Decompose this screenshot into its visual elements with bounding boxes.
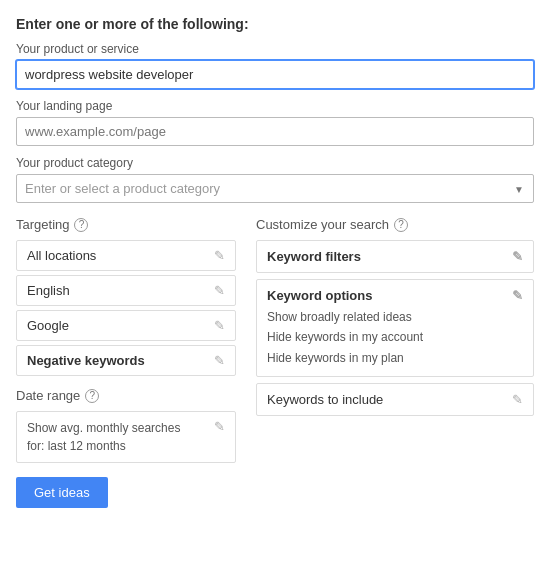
locations-edit-icon[interactable]: ✎ [214, 248, 225, 263]
product-service-input[interactable] [16, 60, 534, 89]
product-service-label: Your product or service [16, 42, 534, 56]
keywords-include-box: Keywords to include ✎ [256, 383, 534, 416]
targeting-option-language[interactable]: English ✎ [16, 275, 236, 306]
keyword-options-edit-icon[interactable]: ✎ [512, 288, 523, 303]
keyword-option-1: Show broadly related ideas [267, 307, 523, 327]
language-edit-icon[interactable]: ✎ [214, 283, 225, 298]
keywords-include-label: Keywords to include [267, 392, 383, 407]
targeting-section: Targeting ? All locations ✎ English ✎ Go… [16, 217, 236, 463]
product-category-field: Your product category Enter or select a … [16, 156, 534, 203]
customize-section: Customize your search ? Keyword filters … [256, 217, 534, 463]
landing-page-label: Your landing page [16, 99, 534, 113]
landing-page-field: Your landing page [16, 99, 534, 146]
keyword-options-box: Keyword options ✎ Show broadly related i… [256, 279, 534, 377]
product-category-label: Your product category [16, 156, 534, 170]
date-range-text: Show avg. monthly searches for: last 12 … [27, 419, 180, 455]
date-range-header: Date range [16, 388, 80, 403]
negative-keywords-edit-icon[interactable]: ✎ [214, 353, 225, 368]
landing-page-input[interactable] [16, 117, 534, 146]
customize-header: Customize your search [256, 217, 389, 232]
keywords-include-edit-icon[interactable]: ✎ [512, 392, 523, 407]
targeting-option-negative-keywords[interactable]: Negative keywords ✎ [16, 345, 236, 376]
targeting-help-icon[interactable]: ? [74, 218, 88, 232]
product-category-select[interactable]: Enter or select a product category [16, 174, 534, 203]
keyword-filters-edit-icon[interactable]: ✎ [512, 249, 523, 264]
date-range-section: Date range ? Show avg. monthly searches … [16, 388, 236, 463]
customize-help-icon[interactable]: ? [394, 218, 408, 232]
keyword-filters-label: Keyword filters [267, 249, 361, 264]
targeting-header: Targeting [16, 217, 69, 232]
keyword-options-label: Keyword options [267, 288, 372, 303]
get-ideas-button[interactable]: Get ideas [16, 477, 108, 508]
keyword-filters-box: Keyword filters ✎ [256, 240, 534, 273]
product-service-field: Your product or service [16, 42, 534, 89]
date-range-box: Show avg. monthly searches for: last 12 … [16, 411, 236, 463]
date-range-edit-icon[interactable]: ✎ [214, 419, 225, 434]
date-range-help-icon[interactable]: ? [85, 389, 99, 403]
keyword-option-2: Hide keywords in my account [267, 327, 523, 347]
form-title: Enter one or more of the following: [16, 16, 534, 32]
targeting-option-network[interactable]: Google ✎ [16, 310, 236, 341]
targeting-option-locations[interactable]: All locations ✎ [16, 240, 236, 271]
network-edit-icon[interactable]: ✎ [214, 318, 225, 333]
keyword-option-3: Hide keywords in my plan [267, 348, 523, 368]
keyword-options-list: Show broadly related ideas Hide keywords… [267, 307, 523, 368]
